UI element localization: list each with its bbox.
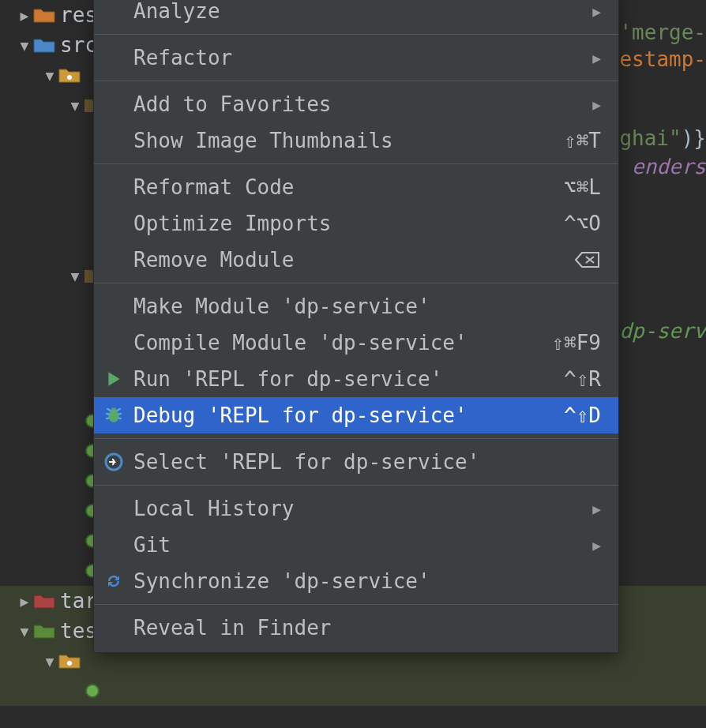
menu-item-label: Select 'REPL for dp-service': [133, 450, 601, 474]
tree-label: res: [60, 3, 97, 27]
menu-item-label: Analyze: [133, 0, 592, 23]
menu-item-label: Refactor: [133, 46, 592, 69]
menu-item[interactable]: Git▶: [94, 527, 618, 563]
menu-item-label: Run 'REPL for dp-service': [133, 367, 564, 391]
menu-item[interactable]: Run 'REPL for dp-service'^⇧R: [94, 361, 618, 397]
menu-shortcut: ⌥⌘L: [564, 175, 601, 199]
menu-item-label: Local History: [133, 497, 592, 520]
chevron-down-icon: ▼: [17, 37, 32, 54]
svg-line-9: [116, 408, 120, 411]
chevron-down-icon: ▼: [43, 653, 57, 670]
svg-line-6: [106, 418, 109, 418]
chevron-down-icon: ▼: [68, 97, 82, 114]
folder-source-icon: [33, 36, 55, 54]
menu-item[interactable]: Show Image Thumbnails⇧⌘T: [94, 122, 618, 159]
submenu-arrow-icon: ▶: [592, 96, 601, 113]
sync-icon: [102, 572, 126, 591]
menu-item[interactable]: Remove Module: [94, 242, 618, 278]
chevron-right-icon: ▶: [17, 7, 32, 24]
menu-item[interactable]: Compile Module 'dp-service'⇧⌘F9: [94, 325, 618, 361]
menu-shortcut: ^⇧D: [564, 403, 601, 427]
delete-key-icon: [574, 250, 601, 269]
menu-item[interactable]: Debug 'REPL for dp-service'^⇧D: [94, 397, 618, 433]
submenu-arrow-icon: ▶: [592, 50, 601, 66]
code-fragment: ghai")}: [619, 126, 706, 150]
folder-excluded-icon: [33, 592, 55, 610]
menu-separator: [94, 81, 618, 81]
chevron-right-icon: ▶: [17, 593, 32, 610]
menu-item-label: Optimize Imports: [133, 212, 564, 235]
menu-separator: [94, 34, 618, 35]
tree-item[interactable]: [0, 676, 706, 706]
folder-icon: [33, 6, 55, 24]
svg-line-7: [118, 418, 121, 418]
svg-point-0: [67, 75, 72, 80]
menu-item[interactable]: Reformat Code⌥⌘L: [94, 169, 618, 205]
package-icon: [58, 66, 81, 84]
menu-shortcut: ⇧⌘F9: [551, 331, 601, 355]
chevron-down-icon: ▼: [17, 623, 32, 640]
chevron-down-icon: ▼: [43, 67, 57, 84]
menu-item-label: Compile Module 'dp-service': [133, 331, 551, 355]
menu-item[interactable]: Make Module 'dp-service': [94, 288, 618, 325]
run-icon: [102, 370, 126, 388]
menu-shortcut: ⇧⌘T: [564, 129, 601, 152]
menu-item-label: Git: [133, 533, 592, 557]
menu-item[interactable]: Analyze▶: [94, 0, 618, 29]
menu-separator: [94, 163, 618, 164]
menu-item-label: Show Image Thumbnails: [133, 129, 564, 152]
menu-item[interactable]: Select 'REPL for dp-service': [94, 444, 618, 480]
code-token: )}: [682, 126, 706, 150]
bug-icon: [102, 405, 126, 426]
menu-separator: [94, 283, 618, 283]
svg-line-5: [118, 414, 121, 415]
menu-item[interactable]: Add to Favorites▶: [94, 86, 618, 122]
menu-item[interactable]: Local History▶: [94, 490, 618, 527]
menu-item[interactable]: Reveal in Finder: [94, 610, 618, 646]
code-fragment: estamp-: [619, 47, 706, 71]
submenu-arrow-icon: ▶: [592, 3, 601, 20]
svg-point-3: [111, 407, 117, 413]
menu-item[interactable]: Synchronize 'dp-service': [94, 563, 618, 599]
menu-shortcut: ^⌥O: [564, 212, 601, 235]
menu-item-label: Reveal in Finder: [133, 616, 601, 640]
menu-separator: [94, 485, 618, 486]
chevron-down-icon: ▼: [68, 268, 82, 284]
menu-separator: [94, 604, 618, 605]
svg-point-1: [67, 661, 72, 666]
menu-item-label: Remove Module: [133, 248, 574, 272]
submenu-arrow-icon: ▶: [592, 537, 601, 554]
select-icon: [102, 452, 126, 471]
code-token: ghai": [619, 126, 681, 150]
menu-separator: [94, 438, 618, 439]
menu-shortcut: ^⇧R: [564, 367, 601, 391]
code-fragment: 'merge-: [619, 21, 706, 44]
package-icon: [58, 652, 81, 670]
menu-item-label: Make Module 'dp-service': [133, 295, 601, 318]
context-menu: Analyze▶Refactor▶Add to Favorites▶Show I…: [93, 0, 619, 653]
folder-test-icon: [33, 622, 55, 640]
menu-item-label: Add to Favorites: [133, 92, 592, 116]
code-fragment: dp-serv: [619, 319, 706, 343]
menu-item[interactable]: Refactor▶: [94, 39, 618, 76]
svg-line-4: [106, 414, 109, 415]
tree-label: src: [60, 33, 97, 57]
code-fragment: enders: [632, 155, 706, 178]
submenu-arrow-icon: ▶: [592, 501, 601, 517]
menu-item-label: Debug 'REPL for dp-service': [133, 403, 564, 427]
svg-line-8: [107, 408, 111, 411]
menu-item[interactable]: Optimize Imports^⌥O: [94, 205, 618, 242]
menu-item-label: Synchronize 'dp-service': [133, 569, 601, 593]
menu-item-label: Reformat Code: [133, 175, 564, 199]
dot-icon: [85, 684, 100, 698]
